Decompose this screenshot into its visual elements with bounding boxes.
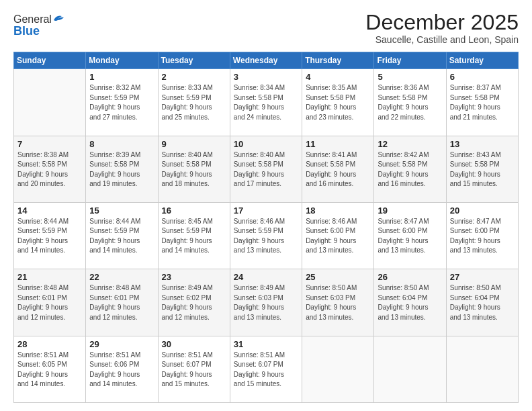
- day-info: Sunrise: 8:39 AM Sunset: 5:58 PM Dayligh…: [89, 150, 154, 189]
- day-info: Sunrise: 8:33 AM Sunset: 5:59 PM Dayligh…: [162, 83, 226, 122]
- table-row: 4Sunrise: 8:35 AM Sunset: 5:58 PM Daylig…: [302, 69, 374, 136]
- table-row: 23Sunrise: 8:49 AM Sunset: 6:02 PM Dayli…: [158, 269, 230, 336]
- day-number: 1: [89, 72, 154, 82]
- day-number: 31: [234, 339, 298, 349]
- day-info: Sunrise: 8:50 AM Sunset: 6:04 PM Dayligh…: [378, 283, 442, 322]
- day-info: Sunrise: 8:44 AM Sunset: 5:59 PM Dayligh…: [17, 217, 82, 256]
- calendar-week-row: 7Sunrise: 8:38 AM Sunset: 5:58 PM Daylig…: [14, 136, 519, 202]
- day-info: Sunrise: 8:43 AM Sunset: 5:58 PM Dayligh…: [450, 150, 515, 189]
- day-info: Sunrise: 8:51 AM Sunset: 6:07 PM Dayligh…: [234, 351, 298, 390]
- table-row: 6Sunrise: 8:37 AM Sunset: 5:58 PM Daylig…: [446, 69, 518, 136]
- day-info: Sunrise: 8:44 AM Sunset: 5:59 PM Dayligh…: [89, 217, 154, 256]
- col-wednesday: Wednesday: [230, 52, 302, 69]
- day-number: 2: [162, 72, 226, 82]
- day-number: 18: [306, 205, 370, 216]
- logo: General Blue: [13, 13, 64, 38]
- day-number: 7: [17, 139, 82, 149]
- logo-bird-icon: [52, 13, 64, 23]
- day-info: Sunrise: 8:45 AM Sunset: 5:59 PM Dayligh…: [162, 217, 226, 256]
- day-number: 27: [450, 272, 515, 282]
- title-block: December 2025 Saucelle, Castille and Leo…: [365, 11, 519, 45]
- calendar-week-row: 1Sunrise: 8:32 AM Sunset: 5:59 PM Daylig…: [14, 69, 519, 136]
- day-number: 28: [17, 339, 82, 349]
- day-number: 16: [162, 205, 226, 216]
- table-row: [446, 336, 518, 402]
- table-row: [374, 336, 446, 402]
- table-row: 12Sunrise: 8:42 AM Sunset: 5:58 PM Dayli…: [374, 136, 446, 202]
- calendar-week-row: 28Sunrise: 8:51 AM Sunset: 6:05 PM Dayli…: [14, 336, 519, 402]
- col-friday: Friday: [374, 52, 446, 69]
- table-row: 29Sunrise: 8:51 AM Sunset: 6:06 PM Dayli…: [86, 336, 158, 402]
- table-row: 30Sunrise: 8:51 AM Sunset: 6:07 PM Dayli…: [158, 336, 230, 402]
- table-row: [14, 69, 86, 136]
- day-info: Sunrise: 8:35 AM Sunset: 5:58 PM Dayligh…: [306, 83, 370, 122]
- day-number: 26: [378, 272, 442, 282]
- day-number: 6: [450, 72, 515, 82]
- day-number: 24: [234, 272, 298, 282]
- table-row: 8Sunrise: 8:39 AM Sunset: 5:58 PM Daylig…: [86, 136, 158, 202]
- day-info: Sunrise: 8:40 AM Sunset: 5:58 PM Dayligh…: [234, 150, 298, 189]
- day-number: 13: [450, 139, 515, 149]
- day-info: Sunrise: 8:50 AM Sunset: 6:03 PM Dayligh…: [306, 283, 370, 322]
- day-info: Sunrise: 8:40 AM Sunset: 5:58 PM Dayligh…: [162, 150, 226, 189]
- day-number: 5: [378, 72, 442, 82]
- day-number: 4: [306, 72, 370, 82]
- table-row: 25Sunrise: 8:50 AM Sunset: 6:03 PM Dayli…: [302, 269, 374, 336]
- day-info: Sunrise: 8:51 AM Sunset: 6:07 PM Dayligh…: [162, 351, 226, 390]
- table-row: 26Sunrise: 8:50 AM Sunset: 6:04 PM Dayli…: [374, 269, 446, 336]
- day-info: Sunrise: 8:46 AM Sunset: 6:00 PM Dayligh…: [306, 217, 370, 256]
- table-row: 16Sunrise: 8:45 AM Sunset: 5:59 PM Dayli…: [158, 202, 230, 269]
- col-saturday: Saturday: [446, 52, 518, 69]
- table-row: 3Sunrise: 8:34 AM Sunset: 5:58 PM Daylig…: [230, 69, 302, 136]
- day-number: 25: [306, 272, 370, 282]
- header: General Blue December 2025 Saucelle, Cas…: [13, 11, 519, 45]
- day-info: Sunrise: 8:47 AM Sunset: 6:00 PM Dayligh…: [450, 217, 515, 256]
- day-info: Sunrise: 8:38 AM Sunset: 5:58 PM Dayligh…: [17, 150, 82, 189]
- calendar-table: Sunday Monday Tuesday Wednesday Thursday…: [13, 52, 519, 403]
- table-row: 22Sunrise: 8:48 AM Sunset: 6:01 PM Dayli…: [86, 269, 158, 336]
- table-row: 24Sunrise: 8:49 AM Sunset: 6:03 PM Dayli…: [230, 269, 302, 336]
- day-number: 22: [89, 272, 154, 282]
- table-row: 21Sunrise: 8:48 AM Sunset: 6:01 PM Dayli…: [14, 269, 86, 336]
- day-number: 11: [306, 139, 370, 149]
- calendar-week-row: 21Sunrise: 8:48 AM Sunset: 6:01 PM Dayli…: [14, 269, 519, 336]
- day-number: 10: [234, 139, 298, 149]
- day-info: Sunrise: 8:36 AM Sunset: 5:58 PM Dayligh…: [378, 83, 442, 122]
- day-info: Sunrise: 8:51 AM Sunset: 6:06 PM Dayligh…: [89, 351, 154, 390]
- day-number: 19: [378, 205, 442, 216]
- table-row: 17Sunrise: 8:46 AM Sunset: 5:59 PM Dayli…: [230, 202, 302, 269]
- day-number: 17: [234, 205, 298, 216]
- col-monday: Monday: [86, 52, 158, 69]
- calendar-week-row: 14Sunrise: 8:44 AM Sunset: 5:59 PM Dayli…: [14, 202, 519, 269]
- day-info: Sunrise: 8:51 AM Sunset: 6:05 PM Dayligh…: [17, 351, 82, 390]
- table-row: 9Sunrise: 8:40 AM Sunset: 5:58 PM Daylig…: [158, 136, 230, 202]
- day-number: 8: [89, 139, 154, 149]
- day-info: Sunrise: 8:42 AM Sunset: 5:58 PM Dayligh…: [378, 150, 442, 189]
- day-info: Sunrise: 8:41 AM Sunset: 5:58 PM Dayligh…: [306, 150, 370, 189]
- day-number: 23: [162, 272, 226, 282]
- table-row: 15Sunrise: 8:44 AM Sunset: 5:59 PM Dayli…: [86, 202, 158, 269]
- day-info: Sunrise: 8:32 AM Sunset: 5:59 PM Dayligh…: [89, 83, 154, 122]
- table-row: 1Sunrise: 8:32 AM Sunset: 5:59 PM Daylig…: [86, 69, 158, 136]
- logo-blue-text: Blue: [13, 24, 64, 38]
- day-info: Sunrise: 8:34 AM Sunset: 5:58 PM Dayligh…: [234, 83, 298, 122]
- table-row: 20Sunrise: 8:47 AM Sunset: 6:00 PM Dayli…: [446, 202, 518, 269]
- table-row: 11Sunrise: 8:41 AM Sunset: 5:58 PM Dayli…: [302, 136, 374, 202]
- col-tuesday: Tuesday: [158, 52, 230, 69]
- col-thursday: Thursday: [302, 52, 374, 69]
- day-info: Sunrise: 8:37 AM Sunset: 5:58 PM Dayligh…: [450, 83, 515, 122]
- location-subtitle: Saucelle, Castille and Leon, Spain: [365, 34, 519, 45]
- table-row: 18Sunrise: 8:46 AM Sunset: 6:00 PM Dayli…: [302, 202, 374, 269]
- page: General Blue December 2025 Saucelle, Cas…: [0, 0, 532, 411]
- day-info: Sunrise: 8:50 AM Sunset: 6:04 PM Dayligh…: [450, 283, 515, 322]
- day-number: 3: [234, 72, 298, 82]
- day-number: 12: [378, 139, 442, 149]
- day-number: 15: [89, 205, 154, 216]
- table-row: 2Sunrise: 8:33 AM Sunset: 5:59 PM Daylig…: [158, 69, 230, 136]
- day-info: Sunrise: 8:48 AM Sunset: 6:01 PM Dayligh…: [17, 283, 82, 322]
- day-info: Sunrise: 8:49 AM Sunset: 6:02 PM Dayligh…: [162, 283, 226, 322]
- day-info: Sunrise: 8:48 AM Sunset: 6:01 PM Dayligh…: [89, 283, 154, 322]
- table-row: 19Sunrise: 8:47 AM Sunset: 6:00 PM Dayli…: [374, 202, 446, 269]
- day-number: 30: [162, 339, 226, 349]
- month-title: December 2025: [365, 11, 519, 34]
